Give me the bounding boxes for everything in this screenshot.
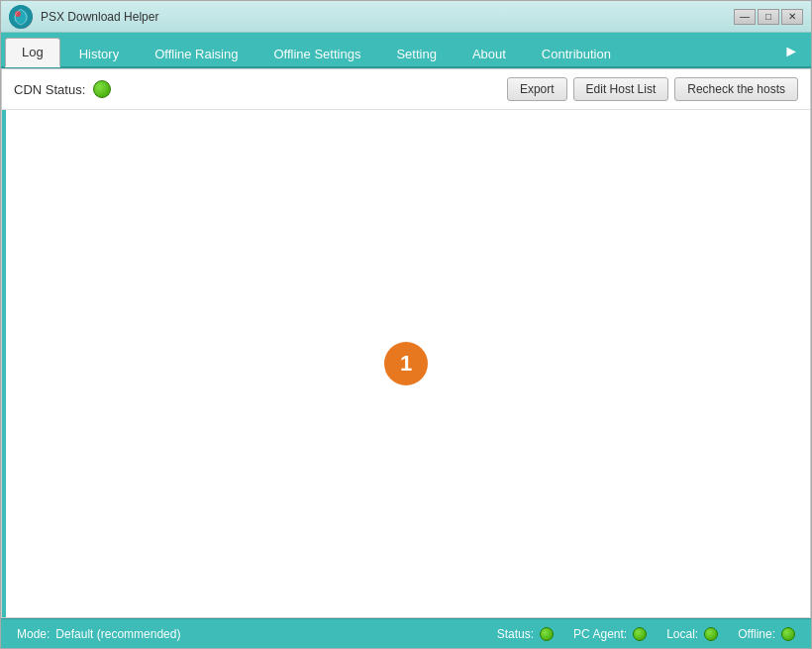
toolbar-buttons: Export Edit Host List Recheck the hosts xyxy=(507,77,798,101)
edit-host-list-button[interactable]: Edit Host List xyxy=(573,77,669,101)
cdn-label: CDN Status: xyxy=(14,82,85,97)
title-bar-left: PSX Download Helper xyxy=(9,5,158,29)
badge-container: 1 xyxy=(384,342,428,385)
recheck-hosts-button[interactable]: Recheck the hosts xyxy=(674,77,798,101)
window-controls: — □ ✕ xyxy=(734,9,803,25)
pc-agent-status: PC Agent: xyxy=(573,627,647,641)
status-label: Status: xyxy=(497,627,534,641)
export-button[interactable]: Export xyxy=(507,77,567,101)
local-status: Local: xyxy=(666,627,718,641)
status-indicator: Status: xyxy=(497,627,554,641)
maximize-button[interactable]: □ xyxy=(758,9,779,25)
toolbar-row: CDN Status: Export Edit Host List Rechec… xyxy=(2,69,810,110)
app-title: PSX Download Helper xyxy=(41,10,158,24)
status-bar: Mode: Default (recommended) Status: PC A… xyxy=(1,618,811,648)
tab-setting[interactable]: Setting xyxy=(379,40,453,67)
tab-history[interactable]: History xyxy=(62,40,136,67)
cdn-status-indicator xyxy=(93,80,111,98)
notification-badge: 1 xyxy=(384,342,428,385)
tab-bar: Log History Offline Raising Offline Sett… xyxy=(1,33,811,68)
main-window: PSX Download Helper — □ ✕ Log History Of… xyxy=(0,0,812,649)
content-area: CDN Status: Export Edit Host List Rechec… xyxy=(1,68,811,618)
pc-agent-label: PC Agent: xyxy=(573,627,627,641)
tab-offline-settings[interactable]: Offline Settings xyxy=(256,40,377,67)
tab-offline-raising[interactable]: Offline Raising xyxy=(138,40,254,67)
left-accent-bar xyxy=(2,110,6,617)
close-button[interactable]: ✕ xyxy=(781,9,803,25)
status-dot xyxy=(540,627,554,641)
tab-about[interactable]: About xyxy=(456,40,523,67)
offline-status: Offline: xyxy=(738,627,795,641)
local-dot xyxy=(704,627,718,641)
offline-dot xyxy=(781,627,795,641)
local-label: Local: xyxy=(666,627,698,641)
offline-label: Offline: xyxy=(738,627,775,641)
tab-log[interactable]: Log xyxy=(5,38,60,67)
cdn-status: CDN Status: xyxy=(14,80,499,98)
minimize-button[interactable]: — xyxy=(734,9,756,25)
app-icon xyxy=(9,5,33,29)
pc-agent-dot xyxy=(633,627,647,641)
mode-status: Mode: Default (recommended) xyxy=(17,627,180,641)
title-bar: PSX Download Helper — □ ✕ xyxy=(1,1,811,33)
content-body: 1 xyxy=(2,110,810,617)
mode-value: Default (recommended) xyxy=(55,627,180,641)
tab-contribution[interactable]: Contribution xyxy=(525,40,628,67)
rss-icon[interactable]: ► xyxy=(775,37,807,66)
mode-label: Mode: xyxy=(17,627,50,641)
